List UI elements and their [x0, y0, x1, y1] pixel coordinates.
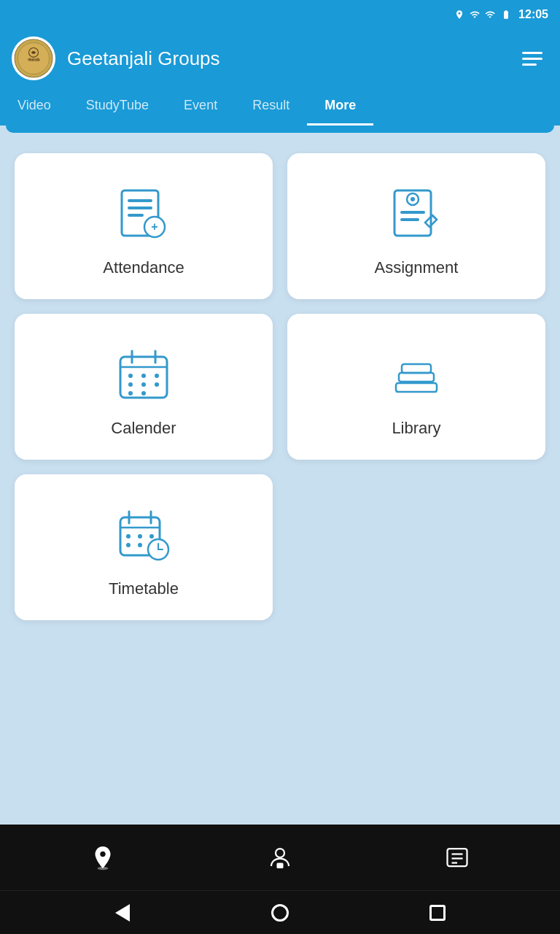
svg-rect-6 [128, 207, 152, 209]
svg-rect-28 [396, 383, 437, 392]
tab-video[interactable]: Video [0, 88, 69, 126]
home-button[interactable] [265, 898, 295, 927]
calender-icon [111, 341, 176, 407]
library-label: Library [392, 419, 440, 438]
svg-point-12 [411, 197, 415, 201]
back-icon [115, 904, 130, 922]
tab-result[interactable]: Result [235, 88, 307, 126]
svg-point-26 [128, 391, 133, 395]
svg-text:गीतांजलि: गीतांजलि [27, 58, 40, 62]
android-nav [0, 890, 560, 934]
svg-point-36 [126, 534, 131, 539]
nav-tabs: Video StudyTube Event Result More [0, 88, 560, 126]
tab-event[interactable]: Event [166, 88, 235, 126]
svg-rect-46 [276, 863, 283, 869]
status-icons [454, 9, 513, 20]
svg-point-23 [128, 382, 133, 387]
hamburger-icon [522, 52, 542, 54]
menu-button[interactable] [516, 46, 548, 72]
svg-point-24 [141, 382, 146, 387]
bottom-nav [0, 825, 560, 890]
app-header: गीतांजलि Geetanjali Groups [0, 29, 560, 88]
svg-text:+: + [151, 220, 158, 233]
bottom-nav-location[interactable] [81, 835, 125, 879]
svg-rect-30 [402, 364, 431, 373]
svg-point-22 [155, 374, 159, 378]
attendance-icon: + [111, 181, 176, 247]
assignment-item[interactable]: Assignment [287, 153, 545, 299]
attendance-item[interactable]: + Attendance [15, 153, 273, 299]
svg-rect-14 [400, 218, 419, 221]
tab-studytube[interactable]: StudyTube [69, 88, 166, 126]
hamburger-icon [522, 63, 537, 66]
assignment-icon [384, 181, 449, 247]
svg-point-37 [138, 534, 142, 539]
recents-button[interactable] [423, 898, 452, 927]
hamburger-icon [522, 58, 542, 60]
bottom-nav-news[interactable] [435, 835, 479, 879]
timetable-item[interactable]: Timetable [15, 474, 273, 620]
svg-rect-7 [128, 214, 144, 217]
main-content: + Attendance Assignment [0, 136, 560, 825]
svg-point-20 [128, 374, 133, 378]
svg-line-15 [432, 215, 437, 220]
back-button[interactable] [108, 898, 137, 927]
bottom-nav-profile[interactable] [258, 835, 302, 879]
app-title: Geetanjali Groups [67, 47, 505, 70]
svg-rect-29 [399, 373, 434, 382]
svg-point-38 [149, 534, 154, 539]
library-icon [384, 341, 449, 407]
svg-point-21 [141, 374, 146, 378]
assignment-label: Assignment [375, 258, 459, 277]
status-time: 12:05 [518, 8, 548, 21]
grid-container: + Attendance Assignment [15, 153, 545, 620]
svg-rect-13 [400, 211, 425, 214]
timetable-icon [111, 502, 176, 568]
svg-point-25 [155, 382, 159, 387]
tab-indicator-bar [6, 126, 554, 133]
tab-more[interactable]: More [307, 88, 373, 126]
app-logo: गीतांजलि [12, 36, 55, 80]
timetable-label: Timetable [109, 579, 179, 598]
library-item[interactable]: Library [287, 314, 545, 460]
calender-label: Calender [111, 419, 176, 438]
svg-point-45 [276, 849, 284, 857]
svg-point-40 [138, 543, 142, 547]
recents-icon [429, 905, 446, 921]
home-icon [271, 904, 289, 922]
attendance-label: Attendance [103, 258, 184, 277]
svg-point-39 [126, 543, 131, 547]
svg-rect-5 [128, 199, 152, 202]
calender-item[interactable]: Calender [15, 314, 273, 460]
status-bar: 12:05 [0, 0, 560, 29]
svg-point-27 [141, 391, 146, 395]
svg-point-44 [98, 867, 109, 871]
